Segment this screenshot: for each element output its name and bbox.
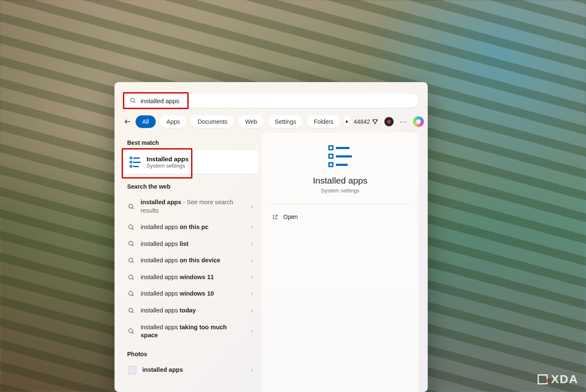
search-bar[interactable]: [124, 93, 418, 108]
search-icon: [128, 224, 135, 231]
web-result-text: installed apps on this device: [141, 256, 243, 265]
svg-point-14: [129, 275, 133, 279]
search-icon: [128, 240, 135, 247]
open-action[interactable]: Open: [270, 210, 410, 224]
detail-pane: Installed apps System settings Open: [262, 133, 418, 392]
watermark: XDA: [538, 373, 578, 386]
svg-point-18: [129, 308, 133, 312]
svg-point-16: [129, 291, 133, 295]
chevron-right-icon: [249, 241, 254, 246]
svg-point-12: [129, 258, 133, 262]
chevron-right-icon: [249, 258, 254, 263]
web-result-text: installed apps windows 11: [141, 273, 243, 282]
tab-label: Documents: [197, 118, 227, 125]
search-input[interactable]: [141, 97, 413, 104]
web-result[interactable]: installed apps windows 11: [124, 269, 258, 286]
chevron-right-icon: [249, 291, 254, 296]
results-column: Best match Installed apps System setting…: [124, 134, 258, 379]
web-result-text: installed apps taking too much space: [141, 323, 243, 340]
tab-settings[interactable]: Settings: [268, 115, 303, 128]
svg-point-6: [129, 204, 133, 208]
best-match-title: Installed apps: [146, 155, 189, 163]
search-icon: [128, 274, 135, 281]
svg-marker-3: [346, 120, 348, 123]
search-web-header: Search the web: [127, 183, 255, 190]
tab-all[interactable]: All: [136, 115, 156, 128]
web-result[interactable]: installed apps today: [124, 302, 258, 319]
more-options-button[interactable]: ···: [400, 117, 407, 126]
web-result[interactable]: installed apps taking too much space: [124, 319, 258, 344]
installed-apps-icon: [328, 144, 352, 168]
svg-line-13: [132, 261, 133, 263]
tab-apps[interactable]: Apps: [160, 115, 187, 128]
divider: [270, 204, 410, 204]
tab-label: Settings: [275, 118, 296, 125]
open-external-icon: [272, 214, 278, 220]
web-result-text: installed apps on this pc: [141, 223, 243, 232]
web-result-text: installed apps list: [141, 240, 243, 248]
web-result[interactable]: installed apps list: [124, 236, 258, 253]
photo-thumbnail: [128, 366, 136, 374]
web-result-text: installed apps - See more search results: [141, 198, 243, 215]
trophy-icon: [372, 118, 378, 125]
svg-point-0: [131, 98, 134, 102]
watermark-text: XDA: [551, 373, 578, 386]
watermark-icon: [538, 374, 548, 384]
chevron-right-icon: [249, 308, 254, 313]
search-icon: [128, 257, 135, 264]
svg-line-1: [134, 101, 135, 103]
tab-folders[interactable]: Folders: [307, 115, 340, 128]
chevron-right-icon: [249, 368, 254, 373]
web-result[interactable]: installed apps on this pc: [124, 219, 258, 236]
svg-line-11: [132, 245, 133, 246]
search-icon: [128, 203, 135, 210]
open-label: Open: [283, 213, 298, 220]
svg-point-8: [129, 225, 133, 229]
svg-line-19: [132, 312, 133, 313]
tab-label: Apps: [167, 118, 180, 125]
tab-documents[interactable]: Documents: [191, 115, 234, 128]
filter-row: All Apps Documents Web Settings Folders …: [124, 112, 418, 131]
web-result[interactable]: installed apps windows 10: [124, 285, 258, 302]
tab-label: All: [142, 118, 149, 125]
start-search-flyout: All Apps Documents Web Settings Folders …: [115, 82, 428, 392]
search-icon: [128, 307, 135, 314]
best-match-result[interactable]: Installed apps System settings: [124, 150, 258, 174]
svg-line-7: [132, 208, 133, 209]
svg-line-21: [132, 332, 133, 333]
chevron-right-icon: [249, 225, 254, 230]
search-icon: [128, 328, 135, 335]
chevron-right-icon: [249, 329, 254, 334]
search-icon: [128, 291, 135, 297]
installed-apps-icon: [130, 156, 141, 168]
search-icon: [130, 97, 136, 104]
svg-point-10: [129, 241, 133, 245]
copilot-icon[interactable]: [413, 116, 424, 127]
profile-avatar[interactable]: [384, 117, 394, 126]
photo-result-text: installed apps: [142, 366, 243, 374]
detail-title: Installed apps: [313, 176, 368, 186]
tabs-scroll-right-button[interactable]: [344, 115, 349, 128]
svg-line-9: [132, 228, 133, 229]
web-result-text: installed apps today: [141, 307, 243, 315]
back-button[interactable]: [124, 115, 131, 129]
web-result-text: installed apps windows 10: [141, 290, 243, 298]
chevron-right-icon: [249, 204, 254, 209]
best-match-header: Best match: [127, 139, 255, 146]
rewards-points-value: 44842: [354, 118, 370, 125]
svg-line-15: [132, 278, 133, 280]
tab-label: Web: [245, 118, 257, 125]
detail-subtitle: System settings: [321, 187, 360, 194]
chevron-right-icon: [249, 275, 254, 280]
tab-label: Folders: [314, 118, 333, 125]
svg-line-17: [132, 295, 133, 296]
rewards-points[interactable]: 44842: [354, 118, 378, 125]
web-result[interactable]: installed apps - See more search results: [124, 194, 258, 219]
svg-point-20: [129, 329, 133, 333]
photos-header: Photos: [127, 351, 255, 357]
tab-web[interactable]: Web: [238, 115, 264, 128]
web-result[interactable]: installed apps on this device: [124, 252, 258, 269]
best-match-subtitle: System settings: [146, 163, 189, 169]
photo-result[interactable]: installed apps: [124, 362, 258, 379]
